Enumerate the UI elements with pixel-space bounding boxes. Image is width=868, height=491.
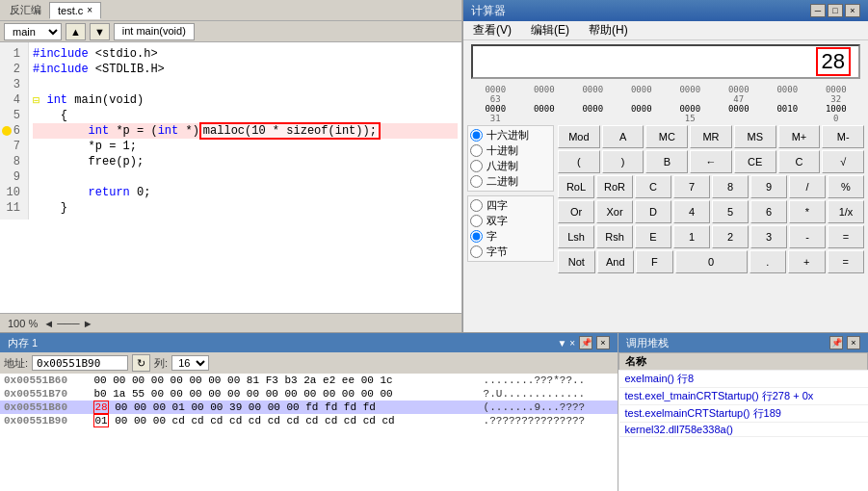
tab-close-icon[interactable]: ×: [87, 5, 92, 15]
btn-6[interactable]: 6: [750, 200, 787, 223]
btn-or[interactable]: Or: [558, 200, 594, 223]
status-bar: 100 % ◄ ─── ►: [0, 313, 461, 332]
col-dropdown[interactable]: 16 8 4: [171, 355, 209, 371]
btn-1[interactable]: 1: [673, 225, 710, 248]
btn-rparen[interactable]: ): [602, 150, 644, 173]
btn-d[interactable]: D: [635, 200, 671, 223]
code-line-5: {: [33, 108, 458, 123]
radio-hex[interactable]: 十六进制: [470, 128, 551, 142]
calc-row-1: Mod A MC MR MS M+ M-: [558, 125, 864, 148]
btn-a[interactable]: A: [602, 125, 644, 148]
btn-c[interactable]: C: [778, 150, 821, 173]
btn-lsh[interactable]: Lsh: [558, 225, 594, 248]
callstack-pin-btn[interactable]: 📌: [829, 336, 843, 349]
btn-mod[interactable]: Mod: [558, 125, 600, 148]
btn-mul[interactable]: *: [789, 200, 826, 223]
calc-restore-btn[interactable]: □: [828, 4, 843, 17]
addr-highlight-byte: 01: [93, 414, 108, 427]
calc-hex-grid: 00000000000000000000000000000000 634732 …: [471, 85, 860, 123]
btn-ror[interactable]: RoR: [596, 175, 633, 198]
tab-disassembly[interactable]: 反汇编: [4, 1, 47, 19]
line-num-3: 3: [4, 77, 24, 92]
callstack-close-btn[interactable]: ×: [847, 336, 860, 349]
addr-refresh-btn[interactable]: ↻: [132, 354, 150, 372]
btn-e[interactable]: E: [635, 225, 671, 248]
calc-display: 28: [471, 44, 860, 79]
btn-rsh[interactable]: Rsh: [596, 225, 633, 248]
nav-up-btn[interactable]: ▲: [66, 23, 86, 40]
btn-mc[interactable]: MC: [645, 125, 688, 148]
include-keyword: #include: [33, 47, 89, 61]
btn-f[interactable]: F: [636, 250, 673, 273]
btn-3[interactable]: 3: [750, 225, 787, 248]
radio-oct[interactable]: 八进制: [470, 159, 551, 173]
tab-testc[interactable]: test.c ×: [49, 2, 101, 19]
btn-ce[interactable]: CE: [734, 150, 776, 173]
cs-row-0: exelmain() 行8: [619, 371, 868, 388]
calc-minimize-btn[interactable]: ─: [810, 4, 826, 17]
btn-div[interactable]: /: [789, 175, 826, 198]
btn-mr[interactable]: MR: [690, 125, 732, 148]
btn-dot[interactable]: .: [750, 250, 787, 273]
line-num-8: 8: [4, 154, 24, 169]
btn-inv[interactable]: 1/x: [828, 200, 864, 223]
calculator-panel: 计算器 ─ □ × 查看(V) 编辑(E) 帮助(H) 28 000000000…: [462, 0, 868, 332]
callstack-controls: 📌 ×: [829, 336, 860, 349]
btn-eq[interactable]: =: [828, 250, 865, 273]
memory-close-btn[interactable]: ×: [596, 336, 610, 349]
include-keyword-2: #include: [33, 63, 89, 76]
radio-bin[interactable]: 二进制: [470, 174, 551, 189]
calc-menu-view[interactable]: 查看(V): [467, 20, 517, 40]
btn-xor[interactable]: Xor: [596, 200, 633, 223]
btn-lparen[interactable]: (: [558, 150, 600, 173]
code-editor: 1 2 3 4 5 6 7 8 9 10 11: [0, 42, 461, 313]
line-num-7: 7: [4, 139, 24, 154]
btn-plus[interactable]: +: [788, 250, 826, 273]
code-line-8: free(p);: [33, 154, 458, 169]
calc-menu-edit[interactable]: 编辑(E): [525, 20, 575, 40]
callstack-name-header: 名称: [619, 353, 868, 371]
scope-dropdown[interactable]: main: [4, 23, 62, 40]
nav-down-btn[interactable]: ▼: [90, 23, 110, 40]
btn-b[interactable]: B: [645, 150, 688, 173]
addr-label: 地址:: [4, 356, 28, 371]
calc-menu-help[interactable]: 帮助(H): [583, 20, 634, 40]
code-toolbar: main ▲ ▼ int main(void): [0, 21, 461, 42]
btn-5[interactable]: 5: [712, 200, 749, 223]
btn-minus[interactable]: -: [789, 225, 826, 248]
btn-9[interactable]: 9: [750, 175, 787, 198]
btn-and[interactable]: And: [597, 250, 635, 273]
radio-byte[interactable]: 字节: [470, 245, 551, 259]
code-line-9: [33, 169, 458, 185]
btn-rol[interactable]: RoL: [558, 175, 594, 198]
memory-pin-btn[interactable]: 📌: [579, 336, 592, 349]
btn-back[interactable]: ←: [690, 150, 732, 173]
btn-ms[interactable]: MS: [734, 125, 776, 148]
radio-word[interactable]: 字: [470, 229, 551, 244]
calc-close-btn[interactable]: ×: [845, 4, 860, 17]
btn-8[interactable]: 8: [712, 175, 749, 198]
btn-mminus[interactable]: M-: [822, 125, 864, 148]
calc-row-3: RoL RoR C 7 8 9 / %: [558, 175, 864, 198]
btn-pct[interactable]: %: [828, 175, 864, 198]
line-num-11: 11: [4, 200, 24, 216]
code-line-10: return 0;: [33, 185, 458, 200]
btn-2[interactable]: 2: [712, 225, 749, 248]
radio-dec[interactable]: 十进制: [470, 143, 551, 158]
btn-4[interactable]: 4: [673, 200, 710, 223]
btn-eq-tall[interactable]: =: [828, 225, 864, 248]
btn-7[interactable]: 7: [673, 175, 710, 198]
btn-0[interactable]: 0: [675, 250, 748, 273]
calc-display-value: 28: [816, 47, 851, 76]
radio-dword[interactable]: 双字: [470, 214, 551, 228]
zoom-slider[interactable]: ◄ ─── ►: [43, 318, 92, 329]
btn-mplus[interactable]: M+: [778, 125, 821, 148]
calc-buttons-area: 十六进制 十进制 八进制 二进制 四字 双字 字 字节 Mod: [463, 125, 868, 332]
btn-not[interactable]: Not: [558, 250, 595, 273]
btn-sqrt[interactable]: √: [822, 150, 864, 173]
radio-qword[interactable]: 四字: [470, 198, 551, 213]
line-num-2: 2: [4, 62, 24, 77]
btn-c2[interactable]: C: [635, 175, 671, 198]
addr-input[interactable]: [32, 355, 128, 371]
word-radio-group: 四字 双字 字 字节: [467, 195, 554, 262]
